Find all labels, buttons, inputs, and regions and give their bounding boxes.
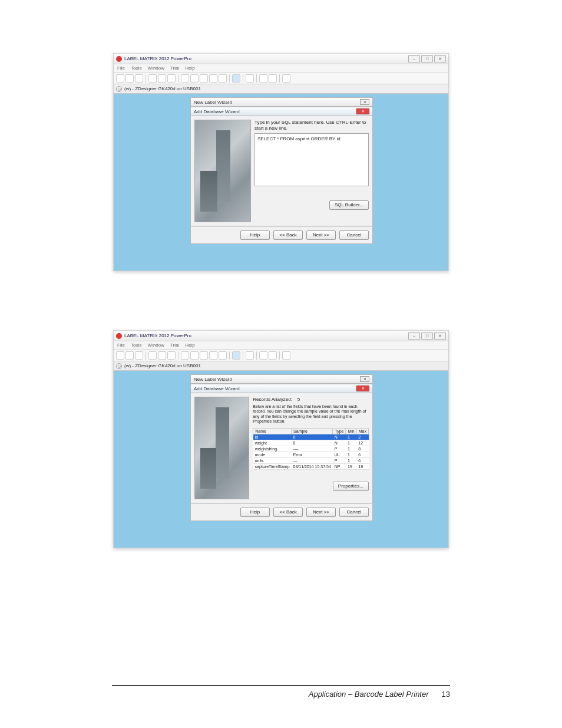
table-cell: 1 [346,446,356,452]
help-button[interactable]: Help [240,508,270,517]
add-db-wizard-title: Add Database Wizard [194,109,240,114]
col-name[interactable]: Name [253,428,292,434]
menu-help[interactable]: Help [185,342,194,348]
document-tab-label[interactable]: (w) - ZDesigner GK420d on USB001 [124,86,201,91]
toolbar-icon[interactable] [190,351,199,360]
add-db-wizard-titlebar: Add Database Wizard ✕ [190,107,373,116]
toolbar-icon[interactable] [259,74,267,83]
cancel-button[interactable]: Cancel [339,508,369,517]
menu-trial[interactable]: Trial [170,342,179,348]
toolbar-separator [229,351,230,360]
menu-trial[interactable]: Trial [170,65,179,71]
save-icon[interactable] [232,351,240,360]
add-db-wizard-titlebar: Add Database Wizard ✕ [190,384,373,393]
toolbar-icon[interactable] [209,351,217,360]
menu-file[interactable]: File [117,342,125,348]
toolbar-icon[interactable] [135,74,143,83]
menu-help[interactable]: Help [185,65,194,71]
toolbar-icon[interactable] [148,351,157,360]
toolbar-icon[interactable] [219,74,227,83]
new-label-wizard-close-button[interactable]: ✕ [360,99,369,105]
document-tab-label[interactable]: (w) - ZDesigner GK420d on USB001 [124,363,201,368]
table-cell: id [253,434,292,440]
records-analyzed-value: 5 [297,397,300,402]
sql-statement-input[interactable]: SELECT * FROM asprint ORDER BY id [254,133,369,186]
app-titlebar: LABEL MATRIX 2012 PowerPro – □ ✕ [114,54,448,64]
window-maximize-button[interactable]: □ [421,55,433,62]
toolbar-icon[interactable] [190,74,199,83]
window-close-button[interactable]: ✕ [434,55,446,62]
toolbar-icon[interactable] [125,74,134,83]
window-minimize-button[interactable]: – [408,55,420,62]
toolbar-separator [178,351,178,360]
fields-table[interactable]: Name Sample Type Min Max id0N12weight0N1… [253,428,369,470]
toolbar-icon[interactable] [282,351,290,360]
toolbar-icon[interactable] [219,351,227,360]
next-button[interactable]: Next >> [306,508,336,517]
screenshot-2: LABEL MATRIX 2012 PowerPro – □ ✕ File To… [113,330,449,548]
properties-button[interactable]: Properties... [333,482,369,491]
sql-builder-button[interactable]: SQL Builder... [329,200,369,210]
new-label-wizard-close-button[interactable]: ✕ [360,376,369,382]
table-row[interactable]: id0N12 [253,434,369,440]
toolbar-icon[interactable] [259,351,267,360]
new-label-wizard-title: New Label Wizard [194,377,232,382]
add-db-wizard-close-button[interactable]: ✕ [356,108,369,114]
add-db-wizard-close-button[interactable]: ✕ [356,386,369,391]
menu-tools[interactable]: Tools [131,65,142,71]
toolbar-icon[interactable] [269,351,277,360]
table-row[interactable]: weight0N112 [253,440,369,446]
toolbar-icon[interactable] [158,74,166,83]
window-maximize-button[interactable]: □ [421,332,433,340]
toolbar-icon[interactable] [181,74,189,83]
toolbar-separator [229,74,230,83]
app-titlebar: LABEL MATRIX 2012 PowerPro – □ ✕ [114,331,448,341]
footer-section-title: Application – Barcode Label Printer [309,690,429,699]
toolbar-icon[interactable] [135,351,143,360]
table-cell: captureTimeStamp [253,463,292,469]
col-sample[interactable]: Sample [292,428,333,434]
save-icon[interactable] [232,74,240,83]
window-minimize-button[interactable]: – [408,332,420,340]
help-button[interactable]: Help [240,230,270,240]
menu-window[interactable]: Window [148,65,164,71]
table-row[interactable]: weightstring----P18 [253,446,369,452]
toolbar-icon[interactable] [200,351,208,360]
menu-file[interactable]: File [117,65,125,71]
col-max[interactable]: Max [356,428,368,434]
menu-window[interactable]: Window [148,342,164,348]
toolbar-icon[interactable] [181,351,189,360]
toolbar-icon[interactable] [282,74,290,83]
toolbar-icon[interactable] [158,351,166,360]
table-cell: 1 [346,434,356,440]
toolbar-icon[interactable] [116,74,124,83]
add-db-wizard-title: Add Database Wizard [194,386,240,391]
toolbar-icon[interactable] [167,351,176,360]
window-close-button[interactable]: ✕ [434,332,446,340]
table-cell: N [333,440,346,446]
toolbar-icon[interactable] [209,74,217,83]
toolbar-separator [279,74,280,83]
toolbar-icon[interactable] [167,74,176,83]
toolbar-icon[interactable] [269,74,277,83]
toolbar-icon[interactable] [200,74,208,83]
back-button[interactable]: << Back [273,230,303,240]
col-min[interactable]: Min [346,428,356,434]
back-button[interactable]: << Back [273,508,303,517]
next-button[interactable]: Next >> [306,230,336,240]
menu-tools[interactable]: Tools [131,342,142,348]
toolbar-separator [243,351,243,360]
table-row[interactable]: captureTimeStamp03/11/2014 15:37:54NP191… [253,463,369,469]
toolbar-icon[interactable] [246,74,254,83]
table-row[interactable]: modeErrorUL16 [253,452,369,457]
app-menubar: File Tools Window Trial Help [114,341,448,350]
wizard-image [194,120,251,222]
toolbar-icon[interactable] [148,74,157,83]
toolbar-icon[interactable] [116,351,124,360]
records-analyzed-line: Records Analyzed: 5 [253,397,369,402]
table-row[interactable]: units---P16 [253,457,369,463]
col-type[interactable]: Type [333,428,346,434]
toolbar-icon[interactable] [125,351,134,360]
toolbar-icon[interactable] [246,351,254,360]
cancel-button[interactable]: Cancel [339,230,369,240]
